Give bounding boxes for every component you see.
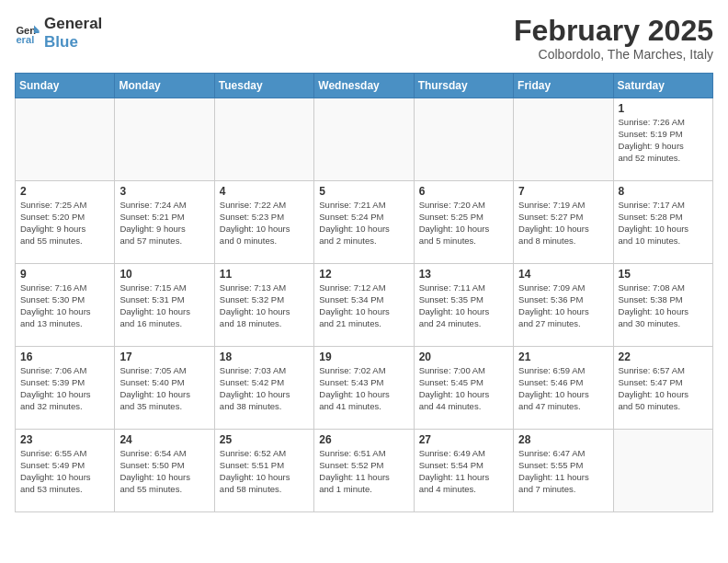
calendar-cell: 1Sunrise: 7:26 AM Sunset: 5:19 PM Daylig… [613, 98, 712, 181]
day-info: Sunrise: 6:49 AM Sunset: 5:54 PM Dayligh… [419, 448, 508, 495]
day-info: Sunrise: 7:24 AM Sunset: 5:21 PM Dayligh… [119, 200, 209, 247]
calendar-cell: 27Sunrise: 6:49 AM Sunset: 5:54 PM Dayli… [414, 430, 513, 512]
day-info: Sunrise: 6:52 AM Sunset: 5:51 PM Dayligh… [220, 448, 309, 495]
logo-line2: Blue [44, 33, 102, 52]
day-number: 18 [220, 350, 309, 363]
calendar-cell: 23Sunrise: 6:55 AM Sunset: 5:49 PM Dayli… [16, 430, 115, 512]
day-info: Sunrise: 7:26 AM Sunset: 5:19 PM Dayligh… [619, 117, 708, 164]
calendar-cell: 13Sunrise: 7:11 AM Sunset: 5:35 PM Dayli… [414, 264, 513, 347]
day-info: Sunrise: 7:05 AM Sunset: 5:40 PM Dayligh… [119, 365, 209, 412]
calendar-cell: 2Sunrise: 7:25 AM Sunset: 5:20 PM Daylig… [16, 181, 115, 264]
calendar-cell: 11Sunrise: 7:13 AM Sunset: 5:32 PM Dayli… [214, 264, 313, 347]
calendar-cell: 12Sunrise: 7:12 AM Sunset: 5:34 PM Dayli… [314, 264, 414, 347]
day-info: Sunrise: 7:00 AM Sunset: 5:45 PM Dayligh… [419, 365, 508, 412]
calendar-subtitle: Colbordolo, The Marches, Italy [514, 47, 713, 62]
calendar-table: SundayMondayTuesdayWednesdayThursdayFrid… [15, 73, 713, 512]
day-info: Sunrise: 7:02 AM Sunset: 5:43 PM Dayligh… [319, 365, 408, 412]
calendar-cell [16, 98, 115, 181]
day-info: Sunrise: 7:11 AM Sunset: 5:35 PM Dayligh… [419, 282, 508, 329]
day-info: Sunrise: 6:54 AM Sunset: 5:50 PM Dayligh… [119, 448, 209, 495]
day-number: 1 [619, 102, 708, 115]
calendar-cell: 10Sunrise: 7:15 AM Sunset: 5:31 PM Dayli… [115, 264, 214, 347]
calendar-cell: 22Sunrise: 6:57 AM Sunset: 5:47 PM Dayli… [613, 347, 712, 430]
day-number: 24 [119, 433, 209, 446]
calendar-cell: 18Sunrise: 7:03 AM Sunset: 5:42 PM Dayli… [214, 347, 313, 430]
calendar-cell: 14Sunrise: 7:09 AM Sunset: 5:36 PM Dayli… [514, 264, 613, 347]
calendar-cell: 5Sunrise: 7:21 AM Sunset: 5:24 PM Daylig… [314, 181, 414, 264]
day-number: 28 [518, 433, 608, 446]
day-info: Sunrise: 7:25 AM Sunset: 5:20 PM Dayligh… [20, 200, 109, 247]
calendar-cell: 16Sunrise: 7:06 AM Sunset: 5:39 PM Dayli… [16, 347, 115, 430]
day-number: 2 [20, 185, 109, 198]
weekday-header-sunday: Sunday [16, 74, 115, 98]
day-number: 19 [319, 350, 408, 363]
weekday-header-thursday: Thursday [414, 74, 513, 98]
svg-rect-3 [34, 31, 40, 34]
day-number: 8 [619, 185, 708, 198]
day-number: 26 [319, 433, 408, 446]
calendar-week-4: 16Sunrise: 7:06 AM Sunset: 5:39 PM Dayli… [16, 347, 713, 430]
day-info: Sunrise: 7:13 AM Sunset: 5:32 PM Dayligh… [220, 282, 309, 329]
calendar-cell: 17Sunrise: 7:05 AM Sunset: 5:40 PM Dayli… [115, 347, 214, 430]
day-number: 9 [20, 268, 109, 281]
svg-marker-2 [34, 26, 40, 31]
calendar-cell: 21Sunrise: 6:59 AM Sunset: 5:46 PM Dayli… [514, 347, 613, 430]
calendar-cell [414, 98, 513, 181]
calendar-cell: 15Sunrise: 7:08 AM Sunset: 5:38 PM Dayli… [613, 264, 712, 347]
day-info: Sunrise: 7:15 AM Sunset: 5:31 PM Dayligh… [119, 282, 209, 329]
day-number: 25 [220, 433, 309, 446]
day-info: Sunrise: 7:12 AM Sunset: 5:34 PM Dayligh… [319, 282, 408, 329]
calendar-week-5: 23Sunrise: 6:55 AM Sunset: 5:49 PM Dayli… [16, 430, 713, 512]
calendar-cell: 20Sunrise: 7:00 AM Sunset: 5:45 PM Dayli… [414, 347, 513, 430]
day-info: Sunrise: 7:21 AM Sunset: 5:24 PM Dayligh… [319, 200, 408, 247]
calendar-cell [514, 98, 613, 181]
logo: Gen eral General Blue [15, 15, 102, 52]
day-number: 3 [119, 185, 209, 198]
day-info: Sunrise: 6:59 AM Sunset: 5:46 PM Dayligh… [518, 365, 608, 412]
weekday-header-saturday: Saturday [613, 74, 712, 98]
calendar-cell: 9Sunrise: 7:16 AM Sunset: 5:30 PM Daylig… [16, 264, 115, 347]
day-number: 13 [419, 268, 508, 281]
calendar-cell: 25Sunrise: 6:52 AM Sunset: 5:51 PM Dayli… [214, 430, 313, 512]
calendar-cell: 24Sunrise: 6:54 AM Sunset: 5:50 PM Dayli… [115, 430, 214, 512]
calendar-cell [314, 98, 414, 181]
day-info: Sunrise: 7:09 AM Sunset: 5:36 PM Dayligh… [518, 282, 608, 329]
day-info: Sunrise: 6:47 AM Sunset: 5:55 PM Dayligh… [518, 448, 608, 495]
day-number: 23 [20, 433, 109, 446]
day-info: Sunrise: 7:06 AM Sunset: 5:39 PM Dayligh… [20, 365, 109, 412]
weekday-header-wednesday: Wednesday [314, 74, 414, 98]
day-number: 20 [419, 350, 508, 363]
day-info: Sunrise: 7:08 AM Sunset: 5:38 PM Dayligh… [619, 282, 708, 329]
calendar-cell: 6Sunrise: 7:20 AM Sunset: 5:25 PM Daylig… [414, 181, 513, 264]
calendar-week-1: 1Sunrise: 7:26 AM Sunset: 5:19 PM Daylig… [16, 98, 713, 181]
day-number: 4 [220, 185, 309, 198]
day-number: 17 [119, 350, 209, 363]
calendar-cell [115, 98, 214, 181]
day-number: 6 [419, 185, 508, 198]
day-info: Sunrise: 6:51 AM Sunset: 5:52 PM Dayligh… [319, 448, 408, 495]
day-number: 27 [419, 433, 508, 446]
day-info: Sunrise: 7:20 AM Sunset: 5:25 PM Dayligh… [419, 200, 508, 247]
calendar-title: February 2025 [514, 15, 713, 47]
calendar-title-area: February 2025 Colbordolo, The Marches, I… [514, 15, 713, 62]
calendar-cell: 7Sunrise: 7:19 AM Sunset: 5:27 PM Daylig… [514, 181, 613, 264]
logo-line1: General [44, 15, 102, 33]
day-number: 12 [319, 268, 408, 281]
day-number: 5 [319, 185, 408, 198]
day-number: 7 [518, 185, 608, 198]
day-info: Sunrise: 7:17 AM Sunset: 5:28 PM Dayligh… [619, 200, 708, 247]
calendar-cell: 19Sunrise: 7:02 AM Sunset: 5:43 PM Dayli… [314, 347, 414, 430]
day-number: 21 [518, 350, 608, 363]
calendar-cell: 8Sunrise: 7:17 AM Sunset: 5:28 PM Daylig… [613, 181, 712, 264]
calendar-week-2: 2Sunrise: 7:25 AM Sunset: 5:20 PM Daylig… [16, 181, 713, 264]
day-number: 14 [518, 268, 608, 281]
weekday-header-monday: Monday [115, 74, 214, 98]
svg-text:eral: eral [16, 35, 34, 46]
day-number: 22 [619, 350, 708, 363]
day-info: Sunrise: 7:03 AM Sunset: 5:42 PM Dayligh… [220, 365, 309, 412]
day-number: 16 [20, 350, 109, 363]
day-number: 11 [220, 268, 309, 281]
logo-icon: Gen eral [15, 20, 40, 46]
day-info: Sunrise: 7:16 AM Sunset: 5:30 PM Dayligh… [20, 282, 109, 329]
day-info: Sunrise: 6:57 AM Sunset: 5:47 PM Dayligh… [619, 365, 708, 412]
